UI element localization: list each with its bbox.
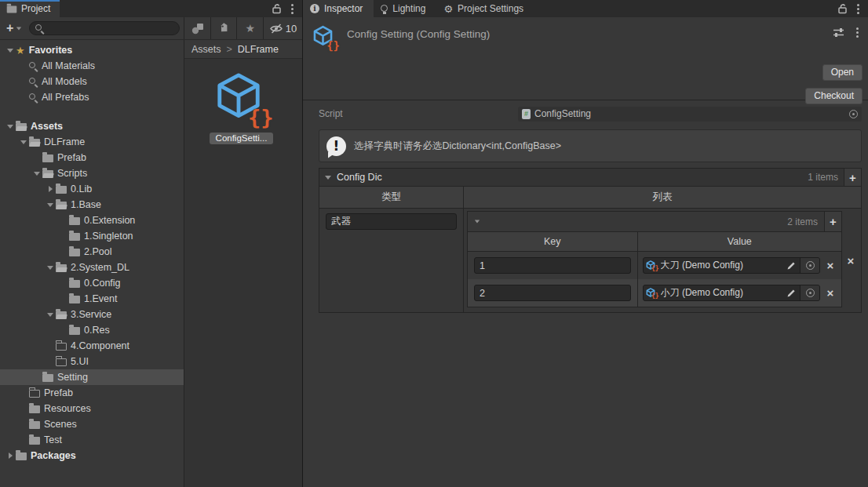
tree-item-label: All Materials [42, 60, 95, 71]
type-cell [319, 209, 464, 312]
tree-item-3-service[interactable]: 3.Service [0, 307, 184, 322]
tree-item-2-pool[interactable]: 2.Pool [0, 244, 184, 260]
key-input[interactable] [474, 257, 631, 274]
remove-item-button[interactable]: × [824, 260, 837, 271]
tree-item-all-models[interactable]: All Models [0, 74, 184, 89]
tab-project-settings[interactable]: ⚙ Project Settings [436, 0, 534, 17]
foldout-arrow-icon[interactable] [9, 452, 13, 459]
tree-item-favorites[interactable]: ★Favorites [0, 42, 184, 58]
tree-item-scripts[interactable]: Scripts [0, 165, 184, 181]
edit-pencil-icon[interactable] [782, 289, 800, 298]
project-toolbar: + [0, 17, 302, 40]
tree-item-all-prefabs[interactable]: All Prefabs [0, 89, 184, 105]
menu-kebab-icon[interactable] [855, 2, 861, 16]
star-icon: ★ [245, 23, 255, 34]
breadcrumb-current[interactable]: DLFrame [238, 44, 279, 55]
object-picker-button[interactable] [800, 258, 819, 273]
object-picker-icon [806, 261, 815, 270]
config-object-field[interactable]: {} 小刀 (Demo Config) [643, 285, 820, 301]
config-object-field[interactable]: {} 大刀 (Demo Config) [643, 257, 820, 274]
add-item-button[interactable]: + [824, 212, 841, 231]
tree-item-label: Prefab [44, 387, 73, 398]
presets-icon[interactable] [833, 27, 844, 38]
menu-kebab-icon[interactable] [855, 26, 860, 39]
tree-item-label: Scripts [57, 168, 87, 179]
object-picker-icon [806, 289, 815, 297]
search-icon [29, 62, 38, 71]
foldout-arrow-icon[interactable] [34, 172, 40, 176]
foldout-arrow-icon[interactable] [7, 125, 13, 129]
object-picker-icon[interactable] [849, 110, 858, 118]
tree-item-1-event[interactable]: 1.Event [0, 291, 184, 307]
filter-by-label-button[interactable] [211, 17, 238, 39]
folder-empty-icon [29, 390, 40, 398]
hidden-packages-toggle[interactable]: 10 [264, 17, 302, 39]
tree-item-assets[interactable]: Assets [0, 118, 184, 134]
project-toolbar-left: + [0, 17, 184, 39]
object-name: 大刀 (Demo Config) [661, 259, 743, 272]
tree-item-label: 0.Extension [84, 215, 135, 226]
type-input[interactable] [326, 213, 457, 230]
foldout-arrow-icon[interactable] [20, 140, 27, 144]
remove-item-button[interactable]: × [824, 287, 837, 299]
tab-inspector-label: Inspector [324, 3, 363, 14]
tab-inspector[interactable]: i Inspector [303, 0, 374, 17]
list-row: {} 小刀 (Demo Config) [468, 279, 841, 307]
tree-item-0-res[interactable]: 0.Res [0, 322, 184, 338]
nested-list-count: 2 items [787, 216, 818, 227]
tree-item-1-base[interactable]: 1.Base [0, 197, 184, 213]
tree-item-label: 1.Event [84, 293, 117, 304]
unlock-icon[interactable] [837, 3, 848, 14]
tree-item-2-system-dl[interactable]: 2.System_DL [0, 260, 184, 275]
key-input[interactable] [474, 285, 631, 301]
inspector-tabbar: i Inspector Lighting ⚙ Project Settings [303, 0, 868, 17]
hidden-count: 10 [286, 23, 297, 35]
breadcrumb-root[interactable]: Assets [191, 44, 221, 55]
folder-icon [56, 186, 67, 194]
tree-item-1-singleton[interactable]: 1.Singleton [0, 228, 184, 244]
tree-item-prefab[interactable]: Prefab [0, 385, 184, 401]
foldout-arrow-icon[interactable] [47, 266, 53, 270]
scriptable-object-icon: {} [214, 71, 269, 126]
tree-item-resources[interactable]: Resources [0, 401, 184, 416]
foldout-arrow-icon[interactable] [47, 313, 53, 317]
add-entry-button[interactable]: + [844, 169, 861, 186]
remove-entry-button[interactable]: × [844, 255, 857, 267]
tab-project[interactable]: Project [0, 0, 60, 17]
checkout-button[interactable]: Checkout [805, 88, 863, 104]
tree-item-0-extension[interactable]: 0.Extension [0, 213, 184, 228]
tree-item-scenes[interactable]: Scenes [0, 416, 184, 432]
filter-by-type-button[interactable] [184, 17, 211, 39]
nested-list-foldout[interactable]: 2 items [468, 212, 824, 231]
key-column-header: Key [468, 232, 638, 251]
tree-item-0-lib[interactable]: 0.Lib [0, 181, 184, 197]
tree-item-prefab[interactable]: Prefab [0, 150, 184, 165]
foldout-arrow-icon[interactable] [49, 186, 53, 192]
tree-item-packages[interactable]: Packages [0, 448, 184, 463]
search-input[interactable] [48, 22, 173, 35]
config-dic-header: Config Dic 1 items + [319, 168, 862, 187]
config-dic-foldout[interactable]: Config Dic 1 items [319, 169, 844, 186]
unlock-icon[interactable] [272, 3, 282, 14]
tree-item-dlframe[interactable]: DLFrame [0, 134, 184, 150]
favorites-filter-button[interactable]: ★ [237, 17, 264, 39]
tree-item-all-materials[interactable]: All Materials [0, 58, 184, 74]
object-picker-button[interactable] [800, 285, 819, 300]
tree-item-5-ui[interactable]: 5.UI [0, 354, 184, 369]
script-object-field[interactable]: # ConfigSetting [518, 107, 862, 122]
tree-item-4-component[interactable]: 4.Component [0, 338, 184, 354]
foldout-arrow-icon[interactable] [47, 203, 53, 207]
create-asset-button[interactable]: + [4, 21, 24, 35]
menu-kebab-icon[interactable] [290, 2, 295, 16]
tree-item-label: 2.Pool [84, 246, 111, 257]
tree-item-test[interactable]: Test [0, 432, 184, 448]
tree-item-setting[interactable]: Setting [0, 369, 184, 385]
edit-pencil-icon[interactable] [782, 261, 800, 271]
open-button[interactable]: Open [822, 64, 863, 81]
breadcrumb-separator: > [227, 44, 232, 55]
tree-item-0-config[interactable]: 0.Config [0, 275, 184, 291]
tab-lighting[interactable]: Lighting [374, 0, 436, 17]
asset-configsetting[interactable]: {} ConfigSetti... [192, 71, 290, 144]
foldout-arrow-icon[interactable] [7, 49, 13, 53]
warning-bubble-icon: ! [326, 136, 346, 156]
